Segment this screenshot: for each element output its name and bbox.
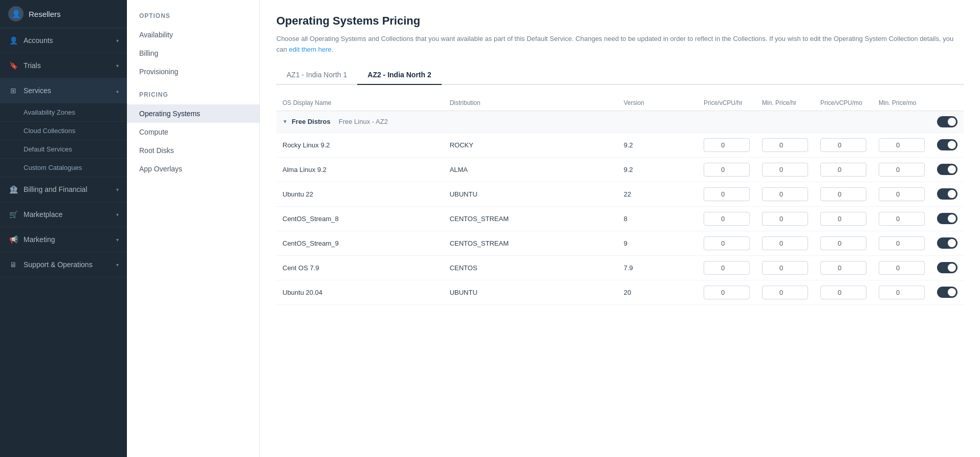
price-vcpu-mo-cell [814, 157, 873, 182]
price-vcpu-hr-input[interactable] [704, 236, 750, 250]
tabs-container: AZ1 - India North 1 AZ2 - India North 2 [276, 66, 964, 85]
tab-az2[interactable]: AZ2 - India North 2 [357, 66, 441, 85]
version-cell: 8 [618, 206, 698, 231]
min-price-mo-input[interactable] [879, 187, 925, 201]
min-price-hr-input[interactable] [762, 138, 808, 152]
options-link-compute[interactable]: Compute [127, 123, 259, 141]
sidebar-item-trials[interactable]: 🔖 Trials ▾ [0, 53, 127, 78]
sidebar-sub-item-cloud-collections[interactable]: Cloud Collections [0, 122, 127, 140]
min-price-hr-input[interactable] [762, 261, 808, 275]
os-name-cell: Alma Linux 9.2 [276, 157, 444, 182]
min-price-hr-input[interactable] [762, 236, 808, 250]
accounts-label: Accounts [24, 36, 111, 45]
min-price-mo-cell [873, 157, 931, 182]
table-row: Rocky Linux 9.2 ROCKY 9.2 [276, 133, 964, 157]
price-vcpu-hr-input[interactable] [704, 138, 750, 152]
min-price-hr-input[interactable] [762, 163, 808, 177]
min-price-hr-cell [756, 255, 814, 280]
min-price-hr-input[interactable] [762, 187, 808, 201]
row-toggle-centos79[interactable] [937, 262, 957, 273]
options-link-availability[interactable]: Availability [127, 26, 259, 44]
price-vcpu-hr-cell [698, 157, 756, 182]
sidebar-item-services[interactable]: ⊞ Services ▴ [0, 78, 127, 103]
content-panel: Operating Systems Pricing Choose all Ope… [260, 0, 980, 457]
edit-link[interactable]: edit them here. [289, 46, 334, 53]
row-toggle-cell [931, 157, 964, 182]
sidebar-sub-item-availability-zones[interactable]: Availability Zones [0, 103, 127, 122]
services-chevron: ▴ [116, 88, 119, 94]
min-price-mo-input[interactable] [879, 163, 925, 177]
price-vcpu-hr-input[interactable] [704, 212, 750, 226]
price-vcpu-mo-cell [814, 255, 873, 280]
sidebar-item-marketplace[interactable]: 🛒 Marketplace ▾ [0, 202, 127, 227]
min-price-hr-input[interactable] [762, 212, 808, 226]
row-toggle-ubuntu22[interactable] [937, 188, 957, 200]
min-price-mo-input[interactable] [879, 236, 925, 250]
row-toggle-centos-stream-8[interactable] [937, 213, 957, 224]
group-chevron[interactable]: ▼ [282, 119, 288, 124]
price-vcpu-mo-input[interactable] [820, 138, 866, 152]
distribution-cell: CENTOS_STREAM [444, 206, 618, 231]
distribution-cell: CENTOS_STREAM [444, 231, 618, 255]
os-name-cell: CentOS_Stream_8 [276, 206, 444, 231]
sidebar-item-marketing[interactable]: 📢 Marketing ▾ [0, 227, 127, 252]
col-min-price-mo: Min. Price/mo [873, 95, 931, 111]
price-vcpu-mo-input[interactable] [820, 212, 866, 226]
sidebar-item-billing[interactable]: 🏦 Billing and Financial ▾ [0, 177, 127, 202]
price-vcpu-mo-input[interactable] [820, 286, 866, 299]
accounts-chevron: ▾ [116, 38, 119, 43]
col-price-vcpu-hr: Price/vCPU/hr [698, 95, 756, 111]
marketing-label: Marketing [24, 235, 111, 244]
min-price-mo-input[interactable] [879, 261, 925, 275]
sidebar-item-accounts[interactable]: 👤 Accounts ▾ [0, 28, 127, 53]
min-price-mo-input[interactable] [879, 212, 925, 226]
options-link-billing[interactable]: Billing [127, 44, 259, 62]
price-vcpu-hr-input[interactable] [704, 261, 750, 275]
table-row: Ubuntu 20.04 UBUNTU 20 [276, 280, 964, 304]
version-cell: 20 [618, 280, 698, 304]
version-cell: 7.9 [618, 255, 698, 280]
tab-az1[interactable]: AZ1 - India North 1 [276, 66, 357, 85]
price-vcpu-mo-input[interactable] [820, 187, 866, 201]
min-price-mo-cell [873, 206, 931, 231]
price-vcpu-mo-input[interactable] [820, 261, 866, 275]
sidebar-item-support[interactable]: 🖥 Support & Operations ▾ [0, 252, 127, 277]
distribution-cell: UBUNTU [444, 182, 618, 206]
price-vcpu-hr-input[interactable] [704, 187, 750, 201]
price-vcpu-hr-input[interactable] [704, 163, 750, 177]
price-vcpu-mo-input[interactable] [820, 236, 866, 250]
col-version: Version [618, 95, 698, 111]
resellers-label[interactable]: Resellers [29, 10, 61, 18]
row-toggle-alma92[interactable] [937, 164, 957, 175]
row-toggle-rocky92[interactable] [937, 139, 957, 150]
price-vcpu-mo-cell [814, 206, 873, 231]
accounts-icon: 👤 [8, 35, 18, 46]
row-toggle-ubuntu2004[interactable] [937, 287, 957, 298]
services-label: Services [24, 86, 111, 95]
row-toggle-cell [931, 255, 964, 280]
row-toggle-centos-stream-9[interactable] [937, 237, 957, 249]
os-name-cell: Ubuntu 22 [276, 182, 444, 206]
table-row: CentOS_Stream_8 CENTOS_STREAM 8 [276, 206, 964, 231]
min-price-hr-cell [756, 231, 814, 255]
group-toggle[interactable] [937, 116, 957, 127]
version-cell: 9 [618, 231, 698, 255]
table-row: Cent OS 7.9 CENTOS 7.9 [276, 255, 964, 280]
min-price-mo-input[interactable] [879, 138, 925, 152]
min-price-hr-input[interactable] [762, 286, 808, 299]
price-vcpu-mo-input[interactable] [820, 163, 866, 177]
options-link-provisioning[interactable]: Provisioning [127, 62, 259, 81]
resellers-icon: 👤 [8, 6, 24, 21]
options-link-root-disks[interactable]: Root Disks [127, 141, 259, 160]
options-link-app-overlays[interactable]: App Overlays [127, 160, 259, 178]
options-link-operating-systems[interactable]: Operating Systems [127, 104, 259, 123]
marketplace-chevron: ▾ [116, 212, 119, 217]
row-toggle-cell [931, 231, 964, 255]
sidebar-sub-item-default-services[interactable]: Default Services [0, 140, 127, 159]
group-collection: Free Linux - AZ2 [339, 118, 388, 125]
price-vcpu-hr-input[interactable] [704, 286, 750, 299]
sidebar-sub-item-custom-catalogues[interactable]: Custom Catalogues [0, 159, 127, 177]
row-toggle-cell [931, 280, 964, 304]
min-price-mo-input[interactable] [879, 286, 925, 299]
sidebar-header: 👤 Resellers [0, 0, 127, 28]
